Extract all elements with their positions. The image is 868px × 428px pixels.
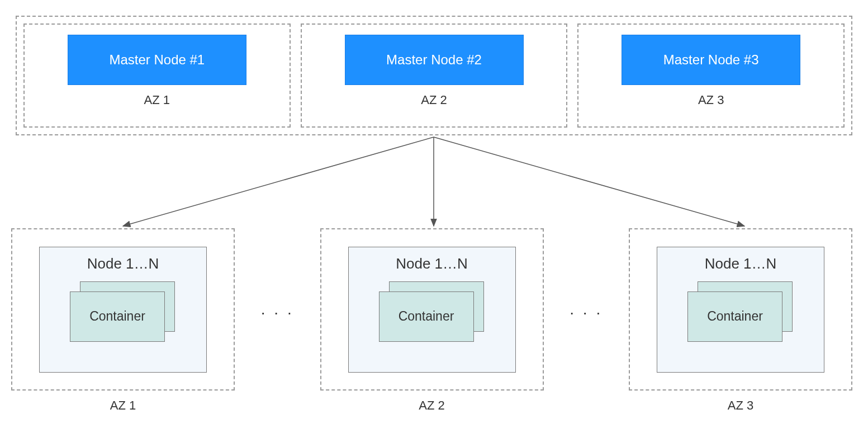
master-az-2: Master Node #2 AZ 2	[301, 23, 568, 128]
worker-node-3: Node 1…N Container	[657, 247, 824, 373]
worker-group-2: Node 1…N Container AZ 2	[320, 228, 544, 413]
worker-node-title: Node 1…N	[87, 255, 159, 272]
container-front: Container	[70, 291, 165, 342]
container-front: Container	[379, 291, 474, 342]
master-az-3: Master Node #3 AZ 3	[577, 23, 845, 128]
ellipsis-1: . . .	[235, 228, 320, 391]
master-az-1: Master Node #1 AZ 1	[23, 23, 291, 128]
master-az-label-3: AZ 3	[698, 93, 724, 107]
worker-node-title: Node 1…N	[705, 255, 777, 272]
arrow-to-az1	[123, 137, 434, 226]
container-stack-3: Container	[687, 281, 794, 343]
container-stack-2: Container	[379, 281, 485, 343]
worker-plane: Node 1…N Container AZ 1 . . . Node 1…N C…	[11, 228, 852, 413]
ellipsis-2: . . .	[544, 228, 629, 391]
master-plane: Master Node #1 AZ 1 Master Node #2 AZ 2 …	[16, 16, 852, 135]
worker-az-1: Node 1…N Container	[11, 228, 235, 391]
worker-node-2: Node 1…N Container	[348, 247, 516, 373]
master-node-label: Master Node #1	[109, 52, 205, 68]
master-node-1: Master Node #1	[68, 35, 246, 85]
worker-az-3: Node 1…N Container	[629, 228, 852, 391]
container-front: Container	[687, 291, 782, 342]
worker-az-label-1: AZ 1	[110, 398, 136, 413]
worker-node-1: Node 1…N Container	[39, 247, 207, 373]
container-label: Container	[399, 309, 454, 324]
container-label: Container	[707, 309, 763, 324]
worker-group-3: Node 1…N Container AZ 3	[629, 228, 852, 413]
master-node-2: Master Node #2	[345, 35, 524, 85]
master-node-3: Master Node #3	[622, 35, 800, 85]
master-node-label: Master Node #3	[663, 52, 759, 68]
worker-az-label-2: AZ 2	[419, 398, 444, 413]
worker-az-label-3: AZ 3	[728, 398, 753, 413]
master-az-label-1: AZ 1	[144, 93, 170, 107]
worker-node-title: Node 1…N	[396, 255, 468, 272]
container-label: Container	[89, 309, 145, 324]
worker-az-2: Node 1…N Container	[320, 228, 544, 391]
worker-group-1: Node 1…N Container AZ 1	[11, 228, 235, 413]
container-stack-1: Container	[70, 281, 176, 343]
master-node-label: Master Node #2	[386, 52, 482, 68]
arrow-to-az3	[434, 137, 744, 226]
master-az-label-2: AZ 2	[421, 93, 447, 107]
